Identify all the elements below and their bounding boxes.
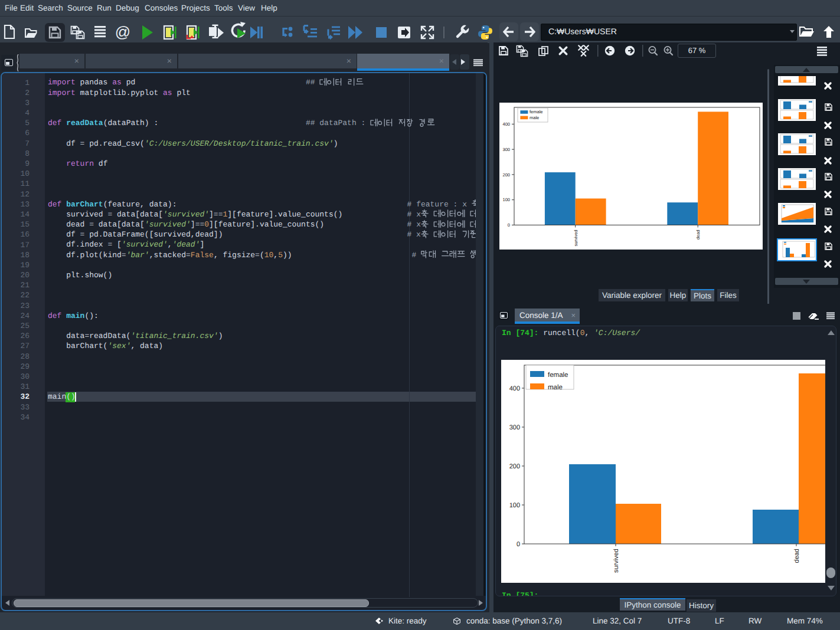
- svg-text:0: 0: [508, 222, 510, 228]
- svg-text:female: female: [530, 109, 543, 114]
- svg-text:200: 200: [502, 172, 510, 178]
- svg-text:300: 300: [502, 147, 510, 152]
- svg-text:male: male: [530, 115, 539, 120]
- svg-text:100: 100: [502, 197, 510, 202]
- svg-text:@: @: [115, 23, 130, 41]
- svg-text:survived: survived: [573, 230, 578, 247]
- svg-text:0: 0: [517, 541, 520, 548]
- svg-text:female: female: [548, 372, 568, 379]
- svg-text:200: 200: [509, 463, 520, 470]
- svg-text:survived: survived: [613, 549, 620, 573]
- svg-text:300: 300: [509, 424, 520, 431]
- svg-text:dead: dead: [793, 549, 800, 563]
- svg-text:400: 400: [509, 385, 520, 392]
- svg-text:dead: dead: [695, 230, 701, 240]
- svg-text:400: 400: [502, 122, 510, 127]
- svg-text:male: male: [548, 384, 563, 391]
- svg-text:100: 100: [509, 502, 520, 509]
